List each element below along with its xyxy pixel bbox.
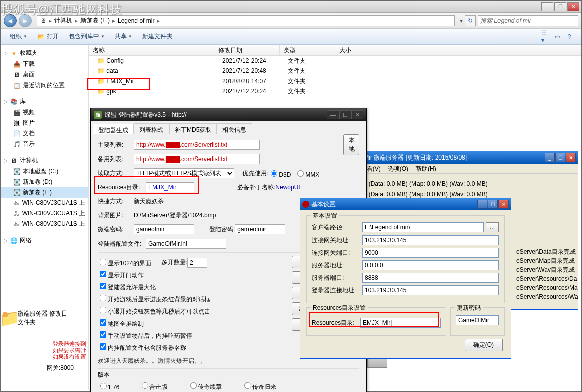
minimize-button[interactable]: —	[541, 2, 553, 11]
sidebar-item-drive-d[interactable]: 💽新加卷 (D:)	[1, 177, 88, 187]
sidebar-computer-header[interactable]: ▷🖥计算机	[1, 154, 88, 166]
sidebar-item-desktop[interactable]: 🖥桌面	[1, 69, 88, 80]
sidebar-favorites-header[interactable]: ▷★收藏夹	[1, 47, 88, 59]
minimize-button[interactable]: _	[477, 200, 487, 209]
menu-help[interactable]: 帮助(H)	[415, 165, 436, 172]
close-button[interactable]: ✕	[498, 200, 509, 209]
video-icon: 🎬	[13, 109, 21, 117]
gw-addr-input[interactable]	[362, 235, 499, 245]
tab-info[interactable]: 相关信息	[217, 123, 252, 134]
file-row[interactable]: 📁 EMJX_Mir2018/8/28 14:07文件夹	[89, 76, 581, 86]
breadcrumb-seg[interactable]: Legend of mir	[117, 17, 155, 24]
minimize-button[interactable]: —	[327, 110, 339, 119]
toolbar-organize[interactable]: 组织 ▼	[6, 31, 31, 42]
col-header-date[interactable]: 修改日期	[214, 45, 280, 55]
maximize-button[interactable]: ☐	[488, 200, 498, 209]
locate-button[interactable]: 本地	[343, 134, 359, 155]
sidebar-item-recent[interactable]: 📋最近访问的位置	[1, 80, 88, 91]
app-icon: ⋒	[94, 111, 102, 119]
maximize-button[interactable]: ☐	[554, 2, 566, 11]
check-maximize[interactable]: 登陆器允许最大化	[98, 281, 156, 292]
tab-md5[interactable]: 补丁MD5获取	[169, 123, 217, 134]
close-button[interactable]: ✕	[566, 153, 576, 162]
dialog-titlebar[interactable]: ⋒ 绿盟 登陆器配置器v3.5 - http:// — ☐ ✕	[91, 108, 366, 121]
ver-cqxz[interactable]: 传奇续章	[188, 381, 222, 391]
nav-back-button[interactable]: ◄	[4, 14, 17, 27]
sidebar-item-network-drive[interactable]: 🖧WIN-C80VJ3CUA1S 上	[1, 219, 88, 229]
computer-icon: 🖥	[10, 156, 18, 165]
check-door[interactable]: 显示开门动作	[98, 269, 144, 280]
folder-icon: 📁	[97, 67, 105, 75]
tab-list-format[interactable]: 列表格式	[134, 123, 169, 134]
update-pwd-input[interactable]	[456, 315, 499, 325]
sidebar-network-header[interactable]: ▷🌐网络	[1, 234, 88, 246]
check-progress[interactable]: 开始游戏后显示进度条红背景的对话框	[98, 293, 210, 304]
close-button[interactable]: ✕	[351, 110, 363, 119]
col-header-type[interactable]: 类型	[280, 45, 335, 55]
refresh-button[interactable]: ↻	[465, 15, 476, 26]
breadcrumb-seg[interactable]: 新加卷 (F:)	[79, 16, 111, 25]
check-include-server[interactable]: 内挂配置文件包含服务器名称	[98, 342, 186, 352]
login-pwd-input[interactable]	[235, 224, 285, 234]
window-titlebar[interactable]: 基本设置 _ ☐ ✕	[300, 198, 511, 210]
col-header-name[interactable]: 名称	[89, 45, 214, 55]
sidebar-item-pictures[interactable]: 🖼图片	[1, 118, 88, 128]
sidebar-item-network-drive[interactable]: 🖧WIN-C80VJ3CUA1S 上	[1, 198, 88, 208]
file-row[interactable]: 📁 data2021/7/12 20:48文件夹	[89, 66, 581, 76]
check-delay-btn[interactable]: 小退开始按钮灰色等几秒后才可以点击	[98, 305, 210, 316]
minimize-button[interactable]: _	[545, 153, 555, 162]
toolbar-new-folder[interactable]: 新建文件夹	[138, 31, 177, 42]
prefer-mmx[interactable]: MMX	[295, 169, 319, 178]
check-fullscreen[interactable]: 地图全屏绘制	[98, 318, 144, 328]
preview-pane-icon[interactable]: ▭	[553, 33, 561, 41]
help-icon[interactable]: ?	[565, 33, 573, 41]
ver-cqgr[interactable]: 传奇归来	[242, 381, 276, 391]
sidebar-library-header[interactable]: ▷📚库	[1, 96, 88, 107]
gw-port-input[interactable]	[362, 248, 499, 258]
prefer-d3d[interactable]: D3D	[268, 169, 291, 178]
menu-options[interactable]: 选项(O)	[388, 165, 408, 172]
toolbar-open[interactable]: 📂打开	[33, 31, 63, 42]
micro-pwd-input[interactable]	[134, 224, 194, 234]
window-titlebar[interactable]: GameOfMir 微端服务器 [更新日期: 2015/08/08] _ ☐ ✕	[330, 151, 578, 164]
file-row[interactable]: 📁 gpk2021/7/12 20:24文件夹	[89, 86, 581, 96]
drive-icon: 💽	[13, 178, 21, 186]
login-addr-input[interactable]	[362, 285, 499, 295]
srv-port-input[interactable]	[362, 273, 499, 283]
explorer-toolbar: 组织 ▼ 📂打开 包含到库中 ▼ 共享 ▼ 新建文件夹 ☷ ▾ ▭ ?	[1, 29, 581, 45]
sidebar-item-network-drive[interactable]: 🖧WIN-C80VJ3CUA1S 上	[1, 208, 88, 219]
sidebar-item-docs[interactable]: 📄文档	[1, 128, 88, 139]
search-input[interactable]	[478, 15, 578, 26]
close-button[interactable]: ✕	[567, 2, 579, 11]
sidebar-item-videos[interactable]: 🎬视频	[1, 107, 88, 118]
maximize-button[interactable]: ☐	[339, 110, 351, 119]
main-list-input[interactable]	[134, 140, 260, 150]
picture-icon: 🖼	[13, 119, 21, 127]
confirm-button[interactable]: 确定(O)	[465, 339, 503, 351]
srv-addr-input[interactable]	[362, 260, 499, 270]
client-path-input[interactable]	[362, 222, 484, 232]
srv-addr-label: 服务器地址:	[312, 261, 362, 270]
sidebar-item-music[interactable]: 🎵音乐	[1, 139, 88, 149]
ver-176[interactable]: 1.76	[98, 381, 119, 391]
sidebar-item-drive-c[interactable]: 💽本地磁盘 (C:)	[1, 166, 88, 177]
config-file-input[interactable]	[146, 239, 226, 249]
sidebar-item-downloads[interactable]: 📥下载	[1, 59, 88, 69]
view-options-icon[interactable]: ☷ ▾	[541, 33, 549, 41]
sidebar-item-drive-f[interactable]: 💽新加卷 (F:)	[1, 187, 88, 198]
file-row[interactable]: 📁 Config2021/7/12 20:24文件夹	[89, 56, 581, 66]
ver-heji[interactable]: 合击版	[139, 381, 168, 391]
maximize-button[interactable]: ☐	[555, 153, 565, 162]
breadcrumb[interactable]: 🖥 ▸ 计算机 ▸ 新加卷 (F:) ▸ Legend of mir ▸	[37, 15, 455, 26]
toolbar-include[interactable]: 包含到库中 ▼	[65, 31, 109, 42]
col-header-size[interactable]: 大小	[335, 45, 375, 55]
backup-list-input[interactable]	[134, 154, 260, 164]
browse-button[interactable]: ...	[486, 222, 499, 232]
toolbar-share[interactable]: 共享 ▼	[111, 31, 136, 42]
multi-open-input[interactable]	[187, 258, 207, 268]
breadcrumb-seg[interactable]: 计算机	[53, 16, 73, 25]
check-1024[interactable]: 显示1024的界面	[98, 257, 151, 268]
nav-forward-button[interactable]: ►	[19, 14, 32, 27]
tab-generate[interactable]: 登陆器生成	[93, 124, 134, 134]
check-pause-drug[interactable]: 手动设置物品后，内挂吃药暂停	[98, 330, 192, 340]
